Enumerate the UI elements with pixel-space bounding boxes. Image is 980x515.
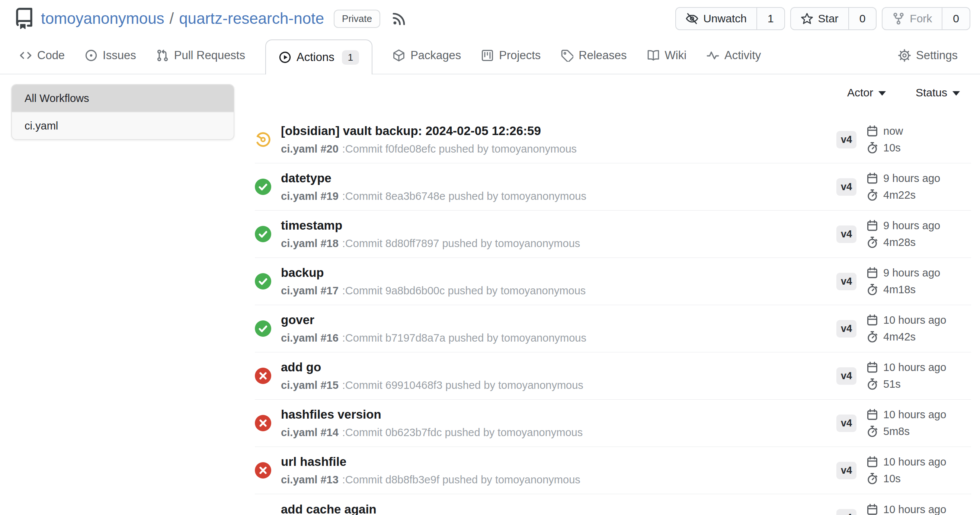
- run-title-link[interactable]: hashfiles version: [281, 407, 836, 422]
- sidebar-item-ci-yaml[interactable]: ci.yaml: [12, 111, 234, 139]
- run-subtitle: ci.yaml #15:Commit 69910468f3 pushed by …: [281, 378, 836, 392]
- forks-count[interactable]: 0: [942, 8, 970, 29]
- workflow-run-row[interactable]: add go ci.yaml #15:Commit 69910468f3 pus…: [255, 352, 971, 400]
- tab-code[interactable]: Code: [19, 49, 65, 62]
- in-progress-icon: [255, 131, 271, 148]
- tab-activity[interactable]: Activity: [706, 49, 761, 62]
- run-time: 10 hours ago: [883, 409, 946, 421]
- star-button[interactable]: Star: [791, 8, 848, 29]
- tab-issues[interactable]: Pull Requests Issues: [85, 49, 136, 62]
- run-duration: 4m18s: [883, 283, 916, 296]
- repo-title-group: tomoyanonymous / quartz-research-note Pr…: [13, 8, 675, 29]
- run-started-line: 10 hours ago: [866, 456, 946, 468]
- run-duration: 4m28s: [883, 236, 916, 249]
- run-status-icon: [255, 320, 271, 337]
- workflow-run-row[interactable]: [obsidian] vault backup: 2024-02-05 12:2…: [255, 116, 971, 163]
- run-time-column: 9 hours ago 4m18s: [866, 267, 940, 296]
- version-badge: v4: [836, 415, 856, 432]
- repo-action-buttons: Unwatch 1 Star 0 Fork: [675, 7, 970, 30]
- unwatch-button[interactable]: Unwatch: [676, 8, 756, 29]
- version-badge: v4: [836, 226, 856, 243]
- workflow-run-row[interactable]: add cache again v4 10 hours ago: [255, 494, 971, 515]
- run-started-line: 10 hours ago: [866, 314, 946, 326]
- run-meta: v4 10 hours ago 5m8s: [836, 409, 971, 438]
- star-label: Star: [818, 12, 838, 25]
- run-workflow-ref[interactable]: ci.yaml #17: [281, 285, 339, 297]
- run-time-column: 10 hours ago 10s: [866, 456, 946, 485]
- run-text: url hashfile ci.yaml #13:Commit d8b8fb3e…: [281, 455, 836, 486]
- tab-label: Projects: [499, 49, 541, 62]
- run-workflow-ref[interactable]: ci.yaml #13: [281, 474, 339, 486]
- success-icon: [255, 179, 271, 195]
- run-duration-line: 5m8s: [866, 425, 946, 438]
- run-title-link[interactable]: [obsidian] vault backup: 2024-02-05 12:2…: [281, 124, 836, 138]
- run-workflow-ref[interactable]: ci.yaml #16: [281, 332, 339, 344]
- version-badge: v4: [836, 367, 856, 385]
- workflow-run-row[interactable]: backup ci.yaml #17:Commit 9a8bd6b00c pus…: [255, 258, 971, 305]
- run-title-link[interactable]: add go: [281, 360, 836, 375]
- sidebar-item-all-workflows[interactable]: All Workflows: [12, 85, 234, 111]
- fork-icon: [892, 12, 905, 25]
- workflow-run-row[interactable]: datetype ci.yaml #19:Commit 8ea3b6748e p…: [255, 163, 971, 211]
- run-duration-line: 4m28s: [866, 236, 940, 249]
- run-title-link[interactable]: timestamp: [281, 218, 836, 233]
- run-commit-text: :Commit 8ea3b6748e pushed by tomoyanonym…: [342, 190, 586, 202]
- tab-packages[interactable]: Packages: [393, 49, 461, 62]
- run-started-line: 10 hours ago: [866, 361, 946, 374]
- repo-nav: Code Pull Requests Issues Pull Requests …: [0, 37, 980, 75]
- run-duration: 4m42s: [883, 331, 916, 343]
- status-filter-dropdown[interactable]: Status: [916, 86, 960, 99]
- repo-icon: [13, 8, 35, 29]
- tab-projects[interactable]: Projects: [481, 49, 541, 62]
- run-subtitle: ci.yaml #18:Commit 8d80ff7897 pushed by …: [281, 237, 836, 250]
- tab-label: Releases: [579, 49, 627, 62]
- calendar-icon: [866, 504, 878, 515]
- repo-owner-link[interactable]: tomoyanonymous: [41, 10, 164, 27]
- workflow-run-row[interactable]: timestamp ci.yaml #18:Commit 8d80ff7897 …: [255, 211, 971, 258]
- workflow-run-row[interactable]: url hashfile ci.yaml #13:Commit d8b8fb3e…: [255, 447, 971, 494]
- run-workflow-ref[interactable]: ci.yaml #14: [281, 426, 339, 438]
- tab-label: Activity: [724, 49, 761, 62]
- version-badge: v4: [836, 131, 856, 148]
- run-meta: v4 10 hours ago 4m42s: [836, 314, 971, 343]
- run-meta: v4 9 hours ago 4m22s: [836, 172, 971, 201]
- run-title-link[interactable]: datetype: [281, 171, 836, 186]
- fork-button[interactable]: Fork: [883, 8, 942, 29]
- workflow-run-row[interactable]: hashfiles version ci.yaml #14:Commit 0b6…: [255, 400, 971, 447]
- run-duration: 10s: [883, 142, 901, 154]
- run-title-link[interactable]: add cache again: [281, 502, 836, 515]
- repo-name-link[interactable]: quartz-research-note: [179, 10, 324, 27]
- run-time: 9 hours ago: [883, 267, 940, 279]
- calendar-icon: [866, 456, 878, 468]
- version-badge: v4: [836, 178, 856, 196]
- run-started-line: 10 hours ago: [866, 409, 946, 421]
- run-workflow-ref[interactable]: ci.yaml #15: [281, 379, 339, 391]
- run-meta: v4 now 10s: [836, 125, 971, 154]
- tab-pull-requests[interactable]: Pull Requests: [156, 49, 245, 62]
- rss-feed-icon[interactable]: [391, 11, 407, 26]
- run-status-icon: [255, 415, 271, 431]
- run-status-icon: [255, 510, 271, 515]
- stopwatch-icon: [866, 189, 878, 201]
- run-workflow-ref[interactable]: ci.yaml #19: [281, 190, 339, 202]
- workflow-run-row[interactable]: gover ci.yaml #16:Commit b7197d8a7a push…: [255, 305, 971, 352]
- tab-settings[interactable]: Settings: [898, 49, 958, 62]
- run-workflow-ref[interactable]: ci.yaml #18: [281, 237, 339, 249]
- tab-wiki[interactable]: Wiki: [647, 49, 687, 62]
- watchers-count[interactable]: 1: [756, 8, 784, 29]
- run-title-link[interactable]: backup: [281, 265, 836, 280]
- stars-count[interactable]: 0: [848, 8, 876, 29]
- run-duration-line: 4m22s: [866, 189, 940, 201]
- issue-opened-icon: [85, 49, 97, 62]
- stopwatch-icon: [866, 378, 878, 390]
- tab-actions[interactable]: Actions 1: [265, 40, 372, 75]
- run-title-link[interactable]: url hashfile: [281, 455, 836, 469]
- actor-filter-dropdown[interactable]: Actor: [847, 86, 886, 99]
- run-subtitle: ci.yaml #13:Commit d8b8fb3e9f pushed by …: [281, 473, 836, 486]
- stopwatch-icon: [866, 283, 878, 296]
- run-title-link[interactable]: gover: [281, 313, 836, 327]
- stopwatch-icon: [866, 472, 878, 485]
- run-status-icon: [255, 226, 271, 242]
- tab-releases[interactable]: Releases: [561, 49, 627, 62]
- run-workflow-ref[interactable]: ci.yaml #20: [281, 143, 339, 155]
